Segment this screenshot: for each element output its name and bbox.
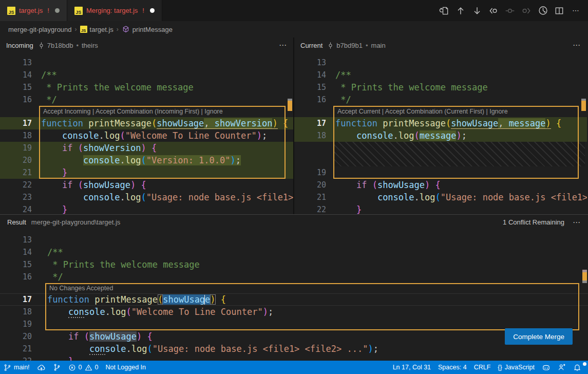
line-content: */ xyxy=(335,93,351,106)
code-line[interactable]: 13 xyxy=(0,234,588,246)
overview-ruler[interactable] xyxy=(286,53,293,214)
line-number: 19 xyxy=(294,166,326,179)
code-line[interactable]: 22 } xyxy=(0,355,588,361)
copilot-status-item[interactable] xyxy=(538,363,554,372)
copilot-icon xyxy=(542,363,551,372)
timeline-icon[interactable] xyxy=(536,4,550,18)
line-content: */ xyxy=(47,271,63,283)
breadcrumb-folder[interactable]: merge-git-playground xyxy=(8,26,72,33)
code-line[interactable]: 21 } xyxy=(0,166,293,179)
code-line[interactable]: 15 * Prints the welcome message xyxy=(294,81,587,93)
more-actions-icon[interactable]: ⋯ xyxy=(573,41,581,50)
overview-ruler[interactable] xyxy=(581,230,588,361)
line-content: /** xyxy=(41,69,57,81)
change-icon[interactable] xyxy=(503,4,517,18)
code-line[interactable]: 16 */ xyxy=(0,271,588,283)
branch-status-item[interactable]: main! xyxy=(0,361,33,374)
problems-status-item[interactable]: 0 0 xyxy=(65,361,102,374)
code-line[interactable]: 14/** xyxy=(0,246,588,258)
feedback-status-item[interactable] xyxy=(554,363,570,371)
tab-target-js[interactable]: JS target.js ! xyxy=(0,0,67,21)
code-line[interactable]: 19 xyxy=(0,318,588,330)
javascript-file-icon: JS xyxy=(80,26,87,33)
line-content: console.log("Welcome To Line Counter"); xyxy=(47,306,273,318)
line-number: 18 xyxy=(294,129,326,142)
open-changes-icon[interactable] xyxy=(437,4,451,18)
modified-dot-icon[interactable] xyxy=(150,8,155,13)
result-pane-header: Result merge-git-playground\target.js 1 … xyxy=(0,214,588,230)
code-line[interactable]: 15 * Prints the welcome message xyxy=(0,81,293,93)
warning-count: 0 xyxy=(95,364,99,371)
code-line[interactable]: 24 } xyxy=(0,203,293,214)
code-line[interactable]: 17function printMessage(showUsage, messa… xyxy=(294,117,587,129)
codelens-actions[interactable]: Accept Current | Accept Combination (Cur… xyxy=(294,106,587,117)
indentation-item[interactable]: Spaces: 4 xyxy=(434,364,470,371)
code-line[interactable]: 18 console.log(message); xyxy=(294,129,587,142)
line-number: 20 xyxy=(0,330,32,343)
previous-change-icon[interactable] xyxy=(486,4,501,18)
code-line[interactable]: 18 console.log("Welcome To Line Counter"… xyxy=(0,129,293,142)
line-number: 16 xyxy=(294,93,326,106)
code-line[interactable]: 15 * Prints the welcome message xyxy=(0,258,588,271)
line-content: /** xyxy=(335,69,351,81)
code-line[interactable]: 22 } xyxy=(294,203,587,214)
result-editor[interactable]: Complete Merge 1314/**15 * Prints the we… xyxy=(0,230,588,361)
code-line[interactable]: 21 console.log("Usage: node base.js <fil… xyxy=(0,343,588,355)
line-content: function printMessage(showUsage) { xyxy=(47,293,226,306)
chevron-right-icon: › xyxy=(117,26,119,33)
complete-merge-button[interactable]: Complete Merge xyxy=(505,328,573,345)
code-line[interactable]: 20 if (showUsage) { xyxy=(294,179,587,191)
error-icon xyxy=(68,364,76,371)
code-line[interactable]: 18 console.log("Welcome To Line Counter"… xyxy=(0,306,588,318)
code-line[interactable]: 13 xyxy=(0,57,293,69)
code-line[interactable]: 16 */ xyxy=(294,93,587,106)
more-actions-icon[interactable]: ⋯ xyxy=(568,4,583,18)
codelens-actions[interactable]: Accept Incoming | Accept Combination (In… xyxy=(0,106,293,117)
code-line[interactable]: 17function printMessage(showUsage, showV… xyxy=(0,117,293,129)
code-line[interactable]: 21 console.log("Usage: node base.js <fil… xyxy=(294,191,587,203)
code-line[interactable]: 17function printMessage(showUsage) { xyxy=(0,293,588,306)
warning-icon xyxy=(85,364,92,371)
code-line[interactable]: 16 */ xyxy=(0,93,293,106)
tab-merging-target-js[interactable]: JS Merging: target.js ! xyxy=(67,0,162,21)
breadcrumb-symbol[interactable]: printMessage xyxy=(122,25,173,33)
previous-conflict-icon[interactable] xyxy=(453,4,468,18)
breadcrumb-file[interactable]: JS target.js xyxy=(80,26,113,33)
language-mode-item[interactable]: {} JavaScript xyxy=(494,364,538,371)
code-line[interactable]: 23 console.log("Usage: node base.js <fil… xyxy=(0,191,293,203)
conflict-marker xyxy=(581,101,586,111)
more-actions-icon[interactable]: ⋯ xyxy=(573,218,581,227)
code-line[interactable]: 19 xyxy=(294,166,587,179)
code-line[interactable]: 20 console.log("Version: 1.0.0"); xyxy=(0,154,293,166)
split-editor-icon[interactable] xyxy=(552,4,566,18)
result-file-path: merge-git-playground\target.js xyxy=(31,218,120,226)
line-number: 20 xyxy=(0,154,32,166)
ref-name: main xyxy=(371,42,386,49)
notifications-status-item[interactable] xyxy=(570,363,585,371)
code-line[interactable]: 13 xyxy=(294,57,587,69)
current-editor[interactable]: 1314/**15 * Prints the welcome message16… xyxy=(294,53,587,214)
incoming-editor[interactable]: 1314/**15 * Prints the welcome message16… xyxy=(0,53,293,214)
javascript-file-icon: JS xyxy=(74,7,83,15)
line-content: if (showUsage) { xyxy=(335,179,441,191)
line-number: 13 xyxy=(0,57,32,69)
overview-ruler[interactable] xyxy=(580,53,587,214)
code-line[interactable]: 14/** xyxy=(0,69,293,81)
login-status-item[interactable]: Not Logged In xyxy=(102,361,149,374)
more-actions-icon[interactable]: ⋯ xyxy=(279,41,287,50)
codelens-actions[interactable]: No Changes Accepted xyxy=(0,283,588,293)
code-line[interactable]: 22 if (showUsage) { xyxy=(0,179,293,191)
line-number: 18 xyxy=(0,306,32,318)
code-line[interactable]: 19 if (showVersion) { xyxy=(0,142,293,154)
eol-item[interactable]: CRLF xyxy=(470,364,495,371)
next-change-icon[interactable] xyxy=(519,4,534,18)
publish-status-item[interactable] xyxy=(33,361,49,374)
line-content: * Prints the welcome message xyxy=(41,81,194,93)
modified-dot-icon[interactable] xyxy=(55,8,60,13)
line-content: function printMessage(showUsage, message… xyxy=(335,117,561,129)
cursor-position-item[interactable]: Ln 17, Col 31 xyxy=(389,364,434,371)
code-line[interactable]: 20 if (showUsage) { xyxy=(0,330,588,343)
code-line[interactable]: 14/** xyxy=(294,69,587,81)
source-control-graph-item[interactable] xyxy=(49,361,65,374)
next-conflict-icon[interactable] xyxy=(470,4,484,18)
